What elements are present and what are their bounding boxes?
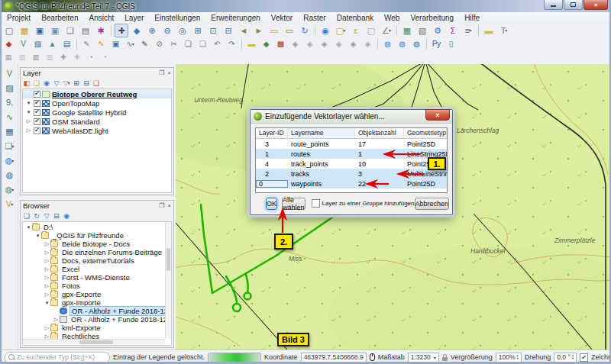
collapse-all-icon[interactable]: ⊟ xyxy=(82,79,91,88)
measure-line-icon[interactable]: ≡▾ xyxy=(461,24,475,37)
pan-to-selection-icon[interactable]: ◆ xyxy=(130,24,144,37)
expander-icon[interactable]: ▷ xyxy=(44,258,50,264)
add-selected-layers-icon[interactable]: ❏ xyxy=(22,211,31,221)
manage-themes-icon[interactable]: ◉ xyxy=(42,79,51,88)
save-edits-icon[interactable]: ▣ xyxy=(109,37,122,50)
vertex-tool-icon[interactable]: ✎ xyxy=(138,37,151,50)
add-arcgis-icon[interactable]: ◍▾ xyxy=(4,183,16,195)
layer-item-opentopomap[interactable]: ▾ OpenTopoMap xyxy=(23,98,171,108)
layer-checkbox[interactable] xyxy=(34,100,40,107)
column-layer-id[interactable]: Layer-ID xyxy=(256,128,288,138)
digitize-icon[interactable]: ∿▾ xyxy=(124,37,137,50)
column-objektanzahl[interactable]: Objektanzahl xyxy=(355,128,404,138)
select-by-expression-icon[interactable]: ε xyxy=(349,24,363,37)
locator-search-input[interactable]: Zu suchender Typ (Strg+K) xyxy=(5,352,110,363)
zoom-next-icon[interactable]: ► xyxy=(252,24,266,37)
expander-icon[interactable]: ▷ xyxy=(25,127,32,134)
dropdown-arrow-icon[interactable]: ▾ xyxy=(11,158,14,163)
delete-selected-icon[interactable]: ⊘ xyxy=(153,37,166,50)
expander-icon[interactable]: ▾ xyxy=(34,233,41,239)
save-as-template-icon[interactable]: ❏ xyxy=(63,24,77,37)
measure-icon[interactable]: ∠▾ xyxy=(380,24,393,37)
menu-erweiterungen[interactable]: Erweiterungen xyxy=(205,14,265,22)
add-wms-icon[interactable]: ❏▾ xyxy=(4,140,16,152)
style-manager-icon[interactable]: ✱ xyxy=(94,24,108,37)
copy-features-icon[interactable]: ❏ xyxy=(182,37,195,50)
browser-item-gpx-file[interactable]: OR - Altholz + Funde 2018-12-11.gpx xyxy=(23,307,171,315)
dropdown-arrow-icon[interactable]: ▾ xyxy=(505,24,507,37)
new-bookmark-icon[interactable]: ▭ xyxy=(267,24,281,37)
browser-item-gpx-exporte[interactable]: ▷ gpx-Exporte xyxy=(23,290,171,298)
lock-scale-icon[interactable] xyxy=(442,357,448,361)
browser-item-fotos[interactable]: ▷ Fotos xyxy=(23,282,171,290)
labeling-highlight-icon[interactable]: ▥ xyxy=(16,51,28,63)
undock-panel-icon[interactable]: ❐ xyxy=(159,69,164,76)
label-pin-icon[interactable]: ◈ xyxy=(289,37,302,50)
add-to-group-checkbox[interactable]: Layer zu einer Gruppe hinzufügen xyxy=(312,199,415,208)
menu-raster[interactable]: Raster xyxy=(298,14,331,22)
expander-icon[interactable]: ▷ xyxy=(44,292,50,298)
label-rotate-icon[interactable]: ◈ xyxy=(332,37,345,50)
minimize-button[interactable] xyxy=(544,0,563,10)
dialog-row-routes[interactable]: 1 routes 1 LineString25D xyxy=(256,149,447,159)
vertical-scrollbar[interactable] xyxy=(165,222,171,339)
label-move-tool-icon[interactable]: ▥ xyxy=(30,51,42,63)
menu-vektor[interactable]: Vektor xyxy=(266,14,298,22)
dialog-row-waypoints[interactable]: 0 waypoints 22 Point25D xyxy=(256,179,447,188)
zoom-full-icon[interactable]: ⊞ xyxy=(191,24,205,37)
field-calculator-icon[interactable]: ▧ xyxy=(415,24,429,37)
close-panel-icon[interactable]: × xyxy=(167,69,171,76)
add-group-icon[interactable]: ❏ xyxy=(32,79,41,88)
rotation-spinbox[interactable]: 0,0 °▴▾ xyxy=(554,353,577,362)
metasearch-icon[interactable]: ◍ xyxy=(381,37,394,50)
label-change-icon[interactable]: ◈ xyxy=(347,37,360,50)
open-project-icon[interactable]: ▦ xyxy=(18,24,31,37)
zoom-native-icon[interactable]: ◎ xyxy=(176,24,189,37)
browser-item-zip-file[interactable]: ▷ OR - Altholz + Funde 2018-12-11.zip xyxy=(23,315,171,324)
diagram-props-icon[interactable]: ◔ xyxy=(99,51,111,63)
add-vector-layer-icon[interactable]: V xyxy=(17,37,30,50)
layer-checkbox[interactable] xyxy=(34,118,40,125)
maximize-button[interactable] xyxy=(564,0,583,10)
layer-item-biotope[interactable]: Biotope Oberer Reutweg xyxy=(23,89,171,98)
label-move-icon[interactable]: ◈ xyxy=(318,37,331,50)
expander-icon[interactable]: ▷ xyxy=(44,325,50,331)
attribute-table-icon[interactable]: ▦ xyxy=(400,24,414,37)
render-checkbox[interactable] xyxy=(580,353,588,362)
expand-all-icon[interactable]: ⊞ xyxy=(72,79,81,88)
add-raster-side-icon[interactable]: ▨ xyxy=(4,82,16,94)
label-rotate-tool-icon[interactable]: ▥ xyxy=(44,51,56,63)
expander-icon[interactable]: ▾ xyxy=(44,300,50,306)
menu-projekt[interactable]: Projekt xyxy=(2,14,36,22)
dialog-titlebar[interactable]: Einzufügende Vektorlayer wählen... × xyxy=(251,110,452,124)
close-button[interactable]: × xyxy=(584,0,608,10)
layout-manager-icon[interactable]: ▤ xyxy=(79,24,92,37)
filter-browser-icon[interactable]: ▽ xyxy=(42,211,51,221)
expander-icon[interactable]: ▷ xyxy=(44,250,50,256)
menu-layer[interactable]: Layer xyxy=(119,14,149,22)
add-delimited-side-icon[interactable]: 9, xyxy=(4,96,16,108)
expander-icon[interactable]: ▷ xyxy=(44,241,50,247)
expander-icon[interactable]: ▷ xyxy=(44,283,50,289)
wfs-globe-icon[interactable]: ◍ xyxy=(410,37,423,50)
datasource-manager-icon[interactable]: ◆ xyxy=(2,37,15,50)
python-console-icon[interactable]: Py xyxy=(430,37,443,50)
label-add-icon[interactable]: ✚ xyxy=(57,51,70,63)
diagram-options-icon[interactable]: ◔ xyxy=(85,51,97,63)
filter-expression-icon[interactable]: ▽▾ xyxy=(62,79,71,88)
magnifier-spinbox[interactable]: 100%▴▾ xyxy=(496,353,522,362)
wms-globe-icon[interactable]: ◍ xyxy=(396,37,409,50)
checkbox-icon[interactable] xyxy=(312,199,320,208)
label-props-icon[interactable]: ◈ xyxy=(361,37,374,50)
text-annotation-icon[interactable]: T▾ xyxy=(497,24,511,37)
column-geometrietyp[interactable]: Geometrietyp xyxy=(404,128,447,138)
zoom-last-icon[interactable]: ◄ xyxy=(237,24,251,37)
georeferencer-icon[interactable]: ▩ xyxy=(274,37,287,50)
add-mesh-layer-icon[interactable]: ▲ xyxy=(46,37,59,50)
expander-icon[interactable]: ▷ xyxy=(53,317,60,323)
close-panel-icon[interactable]: × xyxy=(167,202,171,209)
dialog-close-button[interactable]: × xyxy=(425,109,450,121)
filter-legend-icon[interactable]: ▽ xyxy=(52,79,61,88)
ok-button[interactable]: OK xyxy=(266,198,277,210)
dropdown-arrow-icon[interactable]: ▾ xyxy=(132,38,134,50)
